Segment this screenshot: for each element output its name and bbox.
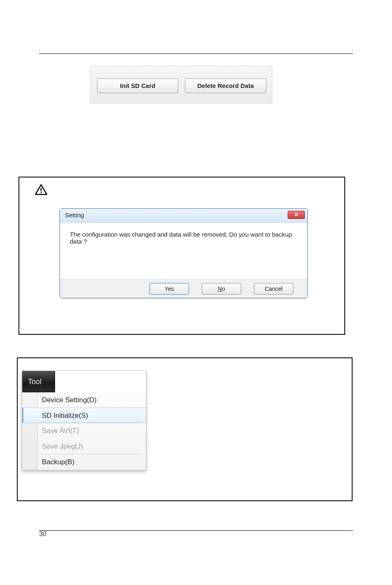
menu-item-save-jpeg: Save Jpeg(J) <box>22 439 146 454</box>
menu-item-backup[interactable]: Backup(B) <box>22 454 146 470</box>
dialog-no-rest: o <box>222 286 225 292</box>
menu-item-sd-initialize[interactable]: SD Initialize(S) <box>22 408 146 423</box>
dialog-title: Setting <box>65 212 84 219</box>
dialog-close-button[interactable]: ✕ <box>288 211 305 219</box>
dialog-titlebar: Setting ✕ <box>60 209 307 223</box>
tool-menu: Tool Device Setting(D) SD Initialize(S) … <box>22 371 146 470</box>
svg-rect-1 <box>41 188 42 191</box>
dialog-button-bar: Yes No Cancel <box>60 279 307 298</box>
menu-item-save-avi: Save AVI(T) <box>22 423 146 439</box>
page-number: 30 <box>39 530 46 538</box>
warning-icon <box>35 184 47 196</box>
page-header-rule <box>39 53 353 54</box>
sd-buttons-panel: Init SD Card Delete Record Data <box>90 66 272 104</box>
setting-dialog: Setting ✕ The configuration was changed … <box>60 208 308 298</box>
tool-menu-tab[interactable]: Tool <box>22 371 55 392</box>
caution-frame: Setting ✕ The configuration was changed … <box>18 177 345 335</box>
svg-rect-2 <box>41 192 42 193</box>
dialog-yes-button[interactable]: Yes <box>150 283 189 295</box>
tool-menu-frame: Tool Device Setting(D) SD Initialize(S) … <box>17 357 353 501</box>
page-footer-rule <box>39 530 353 531</box>
delete-record-data-button[interactable]: Delete Record Data <box>185 78 266 93</box>
tool-menu-list: Device Setting(D) SD Initialize(S) Save … <box>22 392 146 470</box>
dialog-message: The configuration was changed and data w… <box>60 223 307 279</box>
menu-item-device-setting[interactable]: Device Setting(D) <box>22 392 146 408</box>
init-sd-card-button[interactable]: Init SD Card <box>97 78 178 93</box>
dialog-no-button[interactable]: No <box>202 283 241 295</box>
dialog-no-underline: N <box>218 286 222 292</box>
dialog-cancel-button[interactable]: Cancel <box>254 283 293 295</box>
